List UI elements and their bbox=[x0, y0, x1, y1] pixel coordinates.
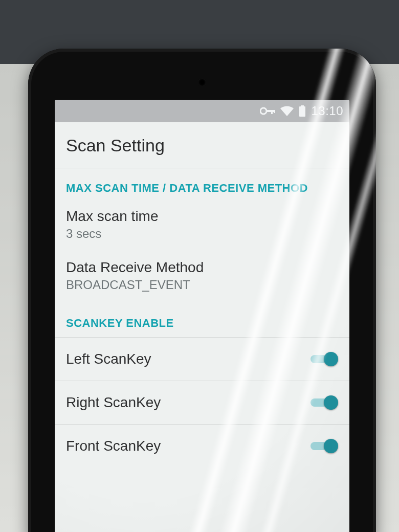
pref-title: Max scan time bbox=[66, 208, 338, 225]
svg-rect-2 bbox=[271, 110, 273, 114]
toggle-front-scankey[interactable] bbox=[308, 438, 338, 454]
scankey-switch-list: Left ScanKey Right ScanKey Front ScanKey bbox=[55, 337, 349, 468]
app-bar: Scan Setting bbox=[55, 122, 349, 168]
svg-rect-3 bbox=[274, 110, 275, 113]
vpn-key-icon bbox=[260, 106, 275, 116]
switch-row-left-scankey[interactable]: Left ScanKey bbox=[55, 338, 349, 381]
battery-full-icon bbox=[299, 105, 306, 117]
section-header-scankey-enable: SCANKEY ENABLE bbox=[55, 303, 349, 334]
pref-summary: BROADCAST_EVENT bbox=[66, 278, 338, 292]
svg-rect-1 bbox=[266, 110, 274, 112]
switch-thumb bbox=[324, 395, 338, 410]
switch-label: Front ScanKey bbox=[66, 438, 161, 454]
page-title: Scan Setting bbox=[66, 136, 338, 156]
device-screen: 13:10 Scan Setting MAX SCAN TIME / DATA … bbox=[55, 100, 349, 532]
svg-rect-5 bbox=[299, 106, 305, 117]
pref-data-receive-method[interactable]: Data Receive Method BROADCAST_EVENT bbox=[55, 252, 349, 303]
pref-title: Data Receive Method bbox=[66, 259, 338, 276]
section-header-scan-method: MAX SCAN TIME / DATA RECEIVE METHOD bbox=[55, 168, 349, 199]
status-bar: 13:10 bbox=[55, 100, 349, 122]
svg-point-0 bbox=[260, 108, 267, 114]
switch-thumb bbox=[324, 352, 338, 366]
earpiece-speaker bbox=[198, 78, 206, 86]
settings-content: MAX SCAN TIME / DATA RECEIVE METHOD Max … bbox=[55, 168, 349, 468]
switch-row-right-scankey[interactable]: Right ScanKey bbox=[55, 381, 349, 424]
wifi-icon bbox=[280, 106, 294, 116]
pref-max-scan-time[interactable]: Max scan time 3 secs bbox=[55, 199, 349, 252]
phone-device-frame: 13:10 Scan Setting MAX SCAN TIME / DATA … bbox=[28, 49, 376, 532]
switch-row-front-scankey[interactable]: Front ScanKey bbox=[55, 424, 349, 468]
status-bar-clock: 13:10 bbox=[311, 104, 343, 118]
toggle-left-scankey[interactable] bbox=[308, 351, 338, 367]
switch-thumb bbox=[324, 439, 338, 453]
switch-label: Right ScanKey bbox=[66, 394, 161, 411]
switch-label: Left ScanKey bbox=[66, 351, 151, 367]
pref-summary: 3 secs bbox=[66, 227, 338, 241]
toggle-right-scankey[interactable] bbox=[308, 394, 338, 411]
